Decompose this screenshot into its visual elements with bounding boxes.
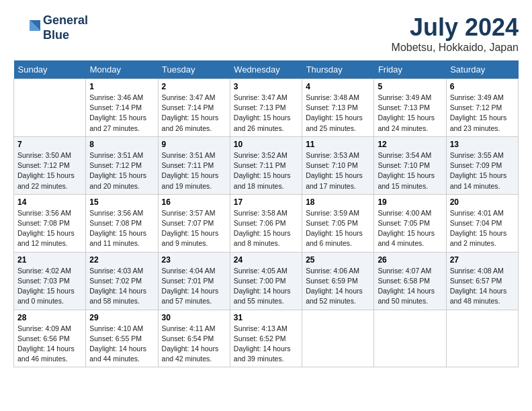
calendar-cell: 21Sunrise: 4:02 AMSunset: 7:03 PMDayligh… xyxy=(14,252,86,310)
day-number: 6 xyxy=(450,82,515,91)
page-header: General Blue July 2024 Mobetsu, Hokkaido… xyxy=(13,13,519,54)
calendar-cell: 15Sunrise: 3:56 AMSunset: 7:08 PMDayligh… xyxy=(86,194,158,252)
cell-info: Sunrise: 4:02 AMSunset: 7:03 PMDaylight:… xyxy=(17,266,82,307)
cell-info: Sunrise: 4:10 AMSunset: 6:55 PMDaylight:… xyxy=(89,324,154,365)
day-number: 2 xyxy=(162,82,226,91)
day-number: 15 xyxy=(89,197,154,207)
calendar-day-header: Saturday xyxy=(446,60,518,79)
location: Mobetsu, Hokkaido, Japan xyxy=(392,42,519,54)
day-number: 29 xyxy=(89,313,154,322)
day-number: 8 xyxy=(89,140,154,149)
calendar-header-row: SundayMondayTuesdayWednesdayThursdayFrid… xyxy=(14,60,519,79)
cell-info: Sunrise: 3:51 AMSunset: 7:12 PMDaylight:… xyxy=(89,150,154,191)
cell-info: Sunrise: 3:51 AMSunset: 7:11 PMDaylight:… xyxy=(162,150,226,191)
day-number: 19 xyxy=(378,197,442,207)
month-year: July 2024 xyxy=(392,13,519,42)
logo: General Blue xyxy=(13,13,88,42)
cell-info: Sunrise: 3:52 AMSunset: 7:11 PMDaylight:… xyxy=(234,150,298,191)
day-number: 31 xyxy=(234,313,298,322)
calendar-day-header: Thursday xyxy=(302,60,374,79)
day-number: 28 xyxy=(17,313,82,322)
calendar-cell: 8Sunrise: 3:51 AMSunset: 7:12 PMDaylight… xyxy=(86,136,158,194)
calendar-cell: 6Sunrise: 3:49 AMSunset: 7:12 PMDaylight… xyxy=(446,79,518,137)
day-number: 13 xyxy=(450,140,515,149)
cell-info: Sunrise: 3:58 AMSunset: 7:06 PMDaylight:… xyxy=(234,208,298,249)
day-number: 23 xyxy=(162,255,226,265)
calendar-cell: 2Sunrise: 3:47 AMSunset: 7:14 PMDaylight… xyxy=(158,79,230,137)
logo-icon xyxy=(13,15,40,42)
calendar-week-row: 21Sunrise: 4:02 AMSunset: 7:03 PMDayligh… xyxy=(14,252,519,310)
calendar-cell: 14Sunrise: 3:56 AMSunset: 7:08 PMDayligh… xyxy=(14,194,86,252)
calendar-cell: 17Sunrise: 3:58 AMSunset: 7:06 PMDayligh… xyxy=(230,194,302,252)
calendar-cell: 5Sunrise: 3:49 AMSunset: 7:13 PMDaylight… xyxy=(374,79,446,137)
calendar-cell xyxy=(14,79,86,137)
title-block: July 2024 Mobetsu, Hokkaido, Japan xyxy=(392,13,519,54)
calendar-cell: 30Sunrise: 4:11 AMSunset: 6:54 PMDayligh… xyxy=(158,310,230,367)
cell-info: Sunrise: 3:53 AMSunset: 7:10 PMDaylight:… xyxy=(306,150,370,191)
logo-text: General Blue xyxy=(43,13,88,42)
calendar-cell xyxy=(302,310,374,367)
cell-info: Sunrise: 4:01 AMSunset: 7:04 PMDaylight:… xyxy=(450,208,515,249)
calendar-cell: 11Sunrise: 3:53 AMSunset: 7:10 PMDayligh… xyxy=(302,136,374,194)
calendar-week-row: 28Sunrise: 4:09 AMSunset: 6:56 PMDayligh… xyxy=(14,310,519,367)
day-number: 7 xyxy=(17,140,82,149)
cell-info: Sunrise: 4:04 AMSunset: 7:01 PMDaylight:… xyxy=(162,266,226,307)
cell-info: Sunrise: 4:07 AMSunset: 6:58 PMDaylight:… xyxy=(378,266,442,307)
day-number: 1 xyxy=(89,82,154,91)
calendar-week-row: 14Sunrise: 3:56 AMSunset: 7:08 PMDayligh… xyxy=(14,194,519,252)
day-number: 10 xyxy=(234,140,298,149)
day-number: 26 xyxy=(378,255,442,265)
calendar-cell xyxy=(374,310,446,367)
day-number: 30 xyxy=(162,313,226,322)
calendar-cell: 27Sunrise: 4:08 AMSunset: 6:57 PMDayligh… xyxy=(446,252,518,310)
day-number: 16 xyxy=(162,197,226,207)
calendar-table: SundayMondayTuesdayWednesdayThursdayFrid… xyxy=(13,60,519,367)
cell-info: Sunrise: 3:50 AMSunset: 7:12 PMDaylight:… xyxy=(17,150,82,191)
day-number: 22 xyxy=(89,255,154,265)
cell-info: Sunrise: 3:49 AMSunset: 7:12 PMDaylight:… xyxy=(450,93,515,134)
calendar-cell: 10Sunrise: 3:52 AMSunset: 7:11 PMDayligh… xyxy=(230,136,302,194)
day-number: 4 xyxy=(306,82,370,91)
cell-info: Sunrise: 4:03 AMSunset: 7:02 PMDaylight:… xyxy=(89,266,154,307)
cell-info: Sunrise: 3:47 AMSunset: 7:14 PMDaylight:… xyxy=(162,93,226,134)
calendar-day-header: Friday xyxy=(374,60,446,79)
day-number: 11 xyxy=(306,140,370,149)
cell-info: Sunrise: 3:59 AMSunset: 7:05 PMDaylight:… xyxy=(306,208,370,249)
calendar-cell: 24Sunrise: 4:05 AMSunset: 7:00 PMDayligh… xyxy=(230,252,302,310)
calendar-cell: 26Sunrise: 4:07 AMSunset: 6:58 PMDayligh… xyxy=(374,252,446,310)
calendar-cell: 16Sunrise: 3:57 AMSunset: 7:07 PMDayligh… xyxy=(158,194,230,252)
cell-info: Sunrise: 4:06 AMSunset: 6:59 PMDaylight:… xyxy=(306,266,370,307)
cell-info: Sunrise: 3:46 AMSunset: 7:14 PMDaylight:… xyxy=(89,93,154,134)
calendar-cell: 19Sunrise: 4:00 AMSunset: 7:05 PMDayligh… xyxy=(374,194,446,252)
cell-info: Sunrise: 3:57 AMSunset: 7:07 PMDaylight:… xyxy=(162,208,226,249)
calendar-cell xyxy=(446,310,518,367)
calendar-cell: 25Sunrise: 4:06 AMSunset: 6:59 PMDayligh… xyxy=(302,252,374,310)
calendar-cell: 20Sunrise: 4:01 AMSunset: 7:04 PMDayligh… xyxy=(446,194,518,252)
day-number: 5 xyxy=(378,82,442,91)
day-number: 27 xyxy=(450,255,515,265)
day-number: 21 xyxy=(17,255,82,265)
cell-info: Sunrise: 3:56 AMSunset: 7:08 PMDaylight:… xyxy=(89,208,154,249)
day-number: 12 xyxy=(378,140,442,149)
calendar-day-header: Sunday xyxy=(14,60,86,79)
cell-info: Sunrise: 4:00 AMSunset: 7:05 PMDaylight:… xyxy=(378,208,442,249)
cell-info: Sunrise: 4:13 AMSunset: 6:52 PMDaylight:… xyxy=(234,324,298,365)
cell-info: Sunrise: 4:05 AMSunset: 7:00 PMDaylight:… xyxy=(234,266,298,307)
cell-info: Sunrise: 3:47 AMSunset: 7:13 PMDaylight:… xyxy=(234,93,298,134)
day-number: 24 xyxy=(234,255,298,265)
cell-info: Sunrise: 3:55 AMSunset: 7:09 PMDaylight:… xyxy=(450,150,515,191)
day-number: 25 xyxy=(306,255,370,265)
day-number: 20 xyxy=(450,197,515,207)
day-number: 14 xyxy=(17,197,82,207)
calendar-cell: 12Sunrise: 3:54 AMSunset: 7:10 PMDayligh… xyxy=(374,136,446,194)
calendar-cell: 31Sunrise: 4:13 AMSunset: 6:52 PMDayligh… xyxy=(230,310,302,367)
cell-info: Sunrise: 4:09 AMSunset: 6:56 PMDaylight:… xyxy=(17,324,82,365)
calendar-cell: 13Sunrise: 3:55 AMSunset: 7:09 PMDayligh… xyxy=(446,136,518,194)
cell-info: Sunrise: 4:08 AMSunset: 6:57 PMDaylight:… xyxy=(450,266,515,307)
calendar-cell: 22Sunrise: 4:03 AMSunset: 7:02 PMDayligh… xyxy=(86,252,158,310)
day-number: 9 xyxy=(162,140,226,149)
calendar-day-header: Tuesday xyxy=(158,60,230,79)
calendar-cell: 7Sunrise: 3:50 AMSunset: 7:12 PMDaylight… xyxy=(14,136,86,194)
calendar-cell: 9Sunrise: 3:51 AMSunset: 7:11 PMDaylight… xyxy=(158,136,230,194)
day-number: 18 xyxy=(306,197,370,207)
